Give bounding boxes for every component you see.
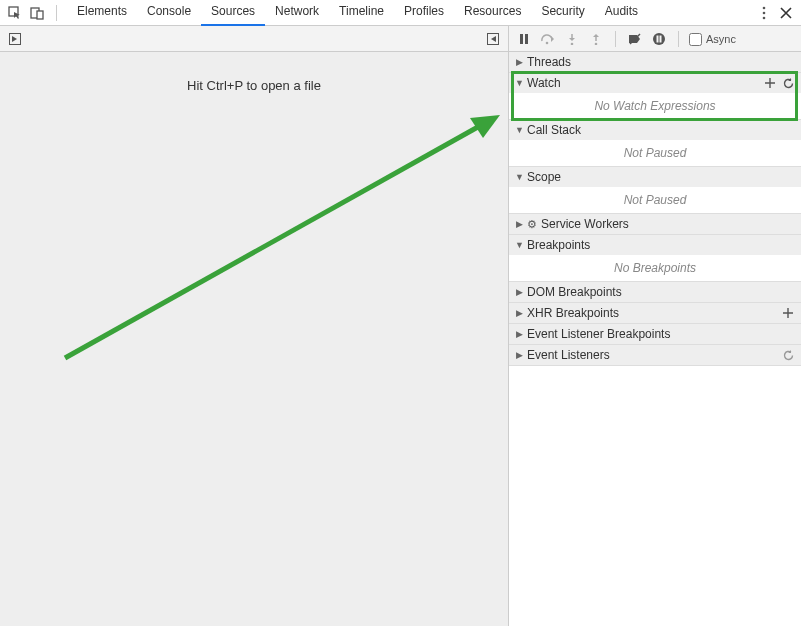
event-listeners-section: ▶ Event Listeners xyxy=(509,345,801,366)
svg-rect-14 xyxy=(657,35,659,42)
event-listener-bp-section: ▶ Event Listener Breakpoints xyxy=(509,324,801,345)
editor-toolbar xyxy=(0,26,509,51)
scope-header[interactable]: ▼ Scope xyxy=(509,167,801,187)
svg-point-3 xyxy=(763,6,766,9)
tab-timeline[interactable]: Timeline xyxy=(329,0,394,26)
toolbar-separator xyxy=(56,5,57,21)
collapse-icon: ▶ xyxy=(515,219,523,229)
callstack-empty-msg: Not Paused xyxy=(509,140,801,166)
collapse-icon: ▶ xyxy=(515,308,523,318)
sources-toolbar: Async xyxy=(0,26,801,52)
step-out-icon[interactable] xyxy=(587,30,605,48)
svg-rect-9 xyxy=(525,34,528,44)
tab-console[interactable]: Console xyxy=(137,0,201,26)
scope-label: Scope xyxy=(527,170,561,184)
collapse-icon: ▶ xyxy=(515,287,523,297)
tab-profiles[interactable]: Profiles xyxy=(394,0,454,26)
tab-sources[interactable]: Sources xyxy=(201,0,265,26)
event-listener-bp-label: Event Listener Breakpoints xyxy=(527,327,670,341)
async-checkbox[interactable] xyxy=(689,33,702,46)
event-listeners-label: Event Listeners xyxy=(527,348,610,362)
async-checkbox-wrap[interactable]: Async xyxy=(689,32,736,45)
watch-section: ▼ Watch No Watch Expressions xyxy=(509,73,801,120)
debugger-sidebar: ▶ Threads ▼ Watch No Watch Expressions ▼ xyxy=(509,52,801,626)
breakpoints-empty-msg: No Breakpoints xyxy=(509,255,801,281)
debugger-separator xyxy=(615,31,616,47)
pause-on-exceptions-icon[interactable] xyxy=(650,30,668,48)
svg-rect-15 xyxy=(660,35,662,42)
expand-icon: ▼ xyxy=(515,78,523,88)
refresh-watch-icon[interactable] xyxy=(781,76,795,90)
refresh-event-listeners-icon[interactable] xyxy=(781,348,795,362)
service-workers-section: ▶ ⚙ Service Workers xyxy=(509,214,801,235)
threads-header[interactable]: ▶ Threads xyxy=(509,52,801,72)
more-icon[interactable] xyxy=(755,4,773,22)
show-debugger-icon[interactable] xyxy=(484,30,502,48)
svg-point-5 xyxy=(763,16,766,19)
expand-icon: ▼ xyxy=(515,172,523,182)
tab-audits[interactable]: Audits xyxy=(595,0,648,26)
svg-rect-2 xyxy=(37,11,43,19)
xhr-breakpoints-header[interactable]: ▶ XHR Breakpoints xyxy=(509,303,801,323)
watch-empty-msg: No Watch Expressions xyxy=(509,93,801,119)
debugger-toolbar: Async xyxy=(509,26,801,51)
collapse-icon: ▶ xyxy=(515,57,523,67)
gear-icon: ⚙ xyxy=(527,218,537,231)
service-workers-header[interactable]: ▶ ⚙ Service Workers xyxy=(509,214,801,234)
event-listener-bp-header[interactable]: ▶ Event Listener Breakpoints xyxy=(509,324,801,344)
threads-section: ▶ Threads xyxy=(509,52,801,73)
show-navigator-icon[interactable] xyxy=(6,30,24,48)
dom-breakpoints-label: DOM Breakpoints xyxy=(527,285,622,299)
svg-rect-8 xyxy=(520,34,523,44)
xhr-breakpoints-label: XHR Breakpoints xyxy=(527,306,619,320)
add-xhr-breakpoint-icon[interactable] xyxy=(781,306,795,320)
event-listeners-header[interactable]: ▶ Event Listeners xyxy=(509,345,801,365)
svg-point-4 xyxy=(763,11,766,14)
svg-point-10 xyxy=(546,41,549,44)
breakpoints-header[interactable]: ▼ Breakpoints xyxy=(509,235,801,255)
inspect-icon[interactable] xyxy=(6,4,24,22)
dom-breakpoints-header[interactable]: ▶ DOM Breakpoints xyxy=(509,282,801,302)
breakpoints-label: Breakpoints xyxy=(527,238,590,252)
open-file-hint: Hit Ctrl+P to open a file xyxy=(0,52,508,93)
watch-label: Watch xyxy=(527,76,561,90)
collapse-icon: ▶ xyxy=(515,350,523,360)
collapse-icon: ▶ xyxy=(515,329,523,339)
svg-point-11 xyxy=(571,42,574,44)
async-label: Async xyxy=(706,33,736,45)
callstack-label: Call Stack xyxy=(527,123,581,137)
scope-empty-msg: Not Paused xyxy=(509,187,801,213)
tab-network[interactable]: Network xyxy=(265,0,329,26)
watch-header[interactable]: ▼ Watch xyxy=(509,73,801,93)
step-into-icon[interactable] xyxy=(563,30,581,48)
panel-tabs: Elements Console Sources Network Timelin… xyxy=(67,0,648,26)
callstack-header[interactable]: ▼ Call Stack xyxy=(509,120,801,140)
threads-label: Threads xyxy=(527,55,571,69)
breakpoints-section: ▼ Breakpoints No Breakpoints xyxy=(509,235,801,282)
debugger-separator-2 xyxy=(678,31,679,47)
expand-icon: ▼ xyxy=(515,240,523,250)
close-icon[interactable] xyxy=(777,4,795,22)
tab-elements[interactable]: Elements xyxy=(67,0,137,26)
expand-icon: ▼ xyxy=(515,125,523,135)
service-workers-label: Service Workers xyxy=(541,217,629,231)
main-toolbar: Elements Console Sources Network Timelin… xyxy=(0,0,801,26)
pause-icon[interactable] xyxy=(515,30,533,48)
svg-point-12 xyxy=(595,42,598,44)
deactivate-breakpoints-icon[interactable] xyxy=(626,30,644,48)
tab-security[interactable]: Security xyxy=(531,0,594,26)
device-icon[interactable] xyxy=(28,4,46,22)
editor-area: Hit Ctrl+P to open a file xyxy=(0,52,509,626)
step-over-icon[interactable] xyxy=(539,30,557,48)
dom-breakpoints-section: ▶ DOM Breakpoints xyxy=(509,282,801,303)
svg-point-13 xyxy=(653,33,665,45)
xhr-breakpoints-section: ▶ XHR Breakpoints xyxy=(509,303,801,324)
callstack-section: ▼ Call Stack Not Paused xyxy=(509,120,801,167)
add-watch-icon[interactable] xyxy=(763,76,777,90)
tab-resources[interactable]: Resources xyxy=(454,0,531,26)
main-area: Hit Ctrl+P to open a file ▶ Threads ▼ Wa… xyxy=(0,52,801,626)
scope-section: ▼ Scope Not Paused xyxy=(509,167,801,214)
